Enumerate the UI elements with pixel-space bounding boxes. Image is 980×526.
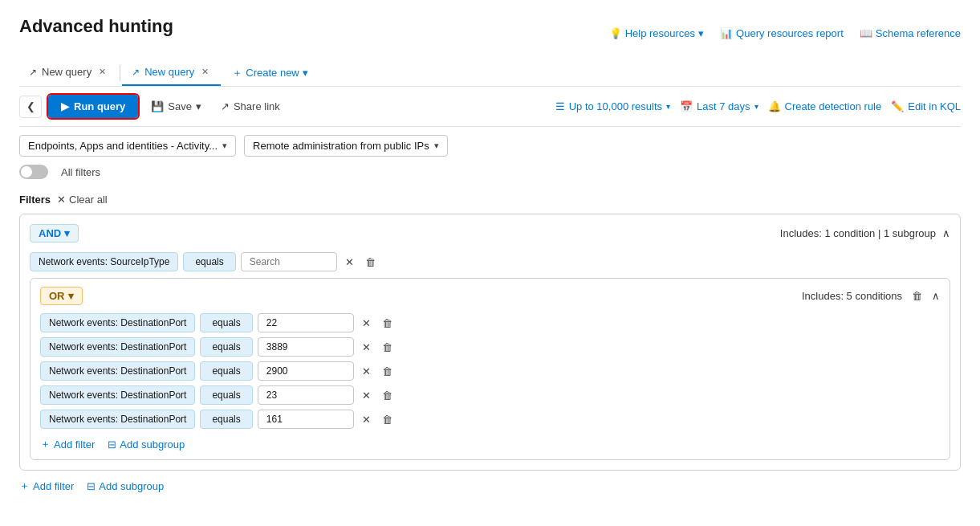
schema-dropdown[interactable]: Endpoints, Apps and identities - Activit… [19,135,236,157]
grid-icon-bottom: ⊟ [87,480,96,492]
delete-port-0-button[interactable]: 🗑 [379,316,396,331]
filter-bar: Endpoints, Apps and identities - Activit… [19,127,961,165]
clear-port-0-button[interactable]: ✕ [359,316,374,331]
subgroup-or: OR ▾ Includes: 5 conditions 🗑 ∧ Network … [30,278,950,460]
grid-icon: ⊟ [108,438,116,451]
port-value-3: 23 [258,385,354,405]
tab-icon-2: ↗ [132,67,140,78]
share-icon: ↗ [221,100,230,112]
plus-icon-add-filter-sub: ＋ [40,437,51,451]
chevron-down-icon-schema: ▾ [222,141,227,151]
field-tag-dest-port-3: Network events: DestinationPort [40,385,195,405]
subgroup-add-filter-button[interactable]: ＋ Add filter [40,437,95,451]
delete-subgroup-button[interactable]: 🗑 [909,288,925,304]
save-button[interactable]: 💾 Save ▾ [144,96,208,117]
timerange-dropdown[interactable]: 📅 Last 7 days ▾ [680,100,758,112]
edit-icon: ✏️ [891,100,904,112]
field-tag-sourceiptype: Network events: SourceIpType [30,252,178,271]
delete-condition-button[interactable]: 🗑 [362,255,379,270]
chevron-down-icon-query: ▾ [434,141,439,151]
clear-port-1-button[interactable]: ✕ [359,340,374,355]
chevron-down-icon-results: ▾ [666,102,670,111]
tab-icon-1: ↗ [29,67,37,78]
chevron-down-icon: ▾ [698,27,704,39]
all-filters-row: All filters [19,165,961,179]
subgroup-includes-info: Includes: 5 conditions 🗑 ∧ [802,288,940,304]
tabs-bar: ↗ New query ✕ ↗ New query ✕ ＋ Create new… [19,59,961,87]
operator-tag-4: equals [200,410,252,429]
and-header: AND ▾ Includes: 1 condition | 1 subgroup… [30,224,950,243]
subgroup-add-subgroup-button[interactable]: ⊟ Add subgroup [108,438,185,451]
bottom-add-subgroup-button[interactable]: ⊟ Add subgroup [87,480,164,492]
bottom-add-row: ＋ Add filter ⊟ Add subgroup [19,479,961,493]
operator-tag-1: equals [200,337,252,357]
chevron-down-icon-create: ▾ [303,67,308,79]
field-tag-dest-port-4: Network events: DestinationPort [40,410,195,429]
tab-close-1[interactable]: ✕ [96,66,108,78]
port-row-1: Network events: DestinationPort equals 3… [40,337,940,357]
or-header: OR ▾ Includes: 5 conditions 🗑 ∧ [40,287,940,305]
tab-new-query-1[interactable]: ↗ New query ✕ [19,59,118,86]
list-icon: ☰ [555,100,565,112]
operator-tag-equals: equals [183,252,235,271]
port-row-0: Network events: DestinationPort equals 2… [40,313,940,332]
results-limit-dropdown[interactable]: ☰ Up to 10,000 results ▾ [555,100,670,112]
port-row-3: Network events: DestinationPort equals 2… [40,385,940,405]
clear-port-3-button[interactable]: ✕ [359,388,374,403]
chevron-down-icon-or: ▾ [68,290,74,302]
calendar-icon: 📅 [680,100,693,112]
schema-reference-link[interactable]: 📖 Schema reference [860,27,961,39]
toolbar: ❮ ▶ Run query 💾 Save ▾ ↗ Share link ☰ Up… [19,87,961,127]
share-link-button[interactable]: ↗ Share link [214,96,287,117]
clear-port-4-button[interactable]: ✕ [359,412,374,427]
port-value-2: 2900 [258,361,354,381]
port-value-4: 161 [258,410,354,429]
top-condition-row: Network events: SourceIpType equals ✕ 🗑 [30,252,950,271]
field-tag-dest-port-2: Network events: DestinationPort [40,361,195,381]
chevron-down-icon-time: ▾ [754,102,758,111]
tab-new-query-2[interactable]: ↗ New query ✕ [122,59,221,86]
bottom-add-filter-button[interactable]: ＋ Add filter [19,479,74,493]
tab-close-2[interactable]: ✕ [199,66,211,78]
create-detection-rule-button[interactable]: 🔔 Create detection rule [768,100,882,112]
clear-all-button[interactable]: ✕ Clear all [57,194,108,206]
save-icon: 💾 [151,100,164,112]
page-title: Advanced hunting [19,16,173,37]
tab-divider [120,65,120,81]
collapse-panel-button[interactable]: ❮ [19,96,42,118]
operator-tag-3: equals [200,385,252,405]
delete-port-2-button[interactable]: 🗑 [379,364,396,379]
plus-icon-add-filter-bottom: ＋ [19,479,30,493]
delete-port-3-button[interactable]: 🗑 [379,388,396,403]
search-value-input[interactable] [241,252,337,271]
or-operator-dropdown[interactable]: OR ▾ [40,287,83,305]
delete-port-4-button[interactable]: 🗑 [379,412,396,427]
create-new-button[interactable]: ＋ Create new ▾ [224,61,315,85]
query-dropdown[interactable]: Remote administration from public IPs ▾ [244,135,448,157]
operator-tag-0: equals [200,313,252,332]
edit-kql-button[interactable]: ✏️ Edit in KQL [891,100,961,112]
toggle-knob [21,166,32,177]
filters-label: Filters [19,194,51,206]
query-report-link[interactable]: 📊 Query resources report [720,27,844,39]
port-row-4: Network events: DestinationPort equals 1… [40,410,940,429]
subgroup-add-row: ＋ Add filter ⊟ Add subgroup [40,437,940,451]
field-tag-dest-port-1: Network events: DestinationPort [40,337,195,357]
chevron-down-icon-save: ▾ [196,100,201,112]
run-query-button[interactable]: ▶ Run query [48,95,138,118]
clear-port-2-button[interactable]: ✕ [359,364,374,379]
chevron-down-icon-and: ▾ [64,227,70,239]
port-value-1: 3889 [258,337,354,357]
and-operator-dropdown[interactable]: AND ▾ [30,224,79,243]
operator-tag-2: equals [200,361,252,381]
chevron-up-icon-sub: ∧ [932,290,940,302]
play-icon: ▶ [61,100,69,112]
help-resources-link[interactable]: 💡 Help resources ▾ [609,27,704,39]
all-filters-toggle[interactable] [19,165,48,179]
delete-port-1-button[interactable]: 🗑 [379,340,396,355]
clear-value-button[interactable]: ✕ [342,255,357,270]
bell-icon: 🔔 [768,100,781,112]
chart-icon: 📊 [720,27,733,39]
includes-info: Includes: 1 condition | 1 subgroup ∧ [780,227,950,239]
chevron-up-icon: ∧ [942,227,950,239]
